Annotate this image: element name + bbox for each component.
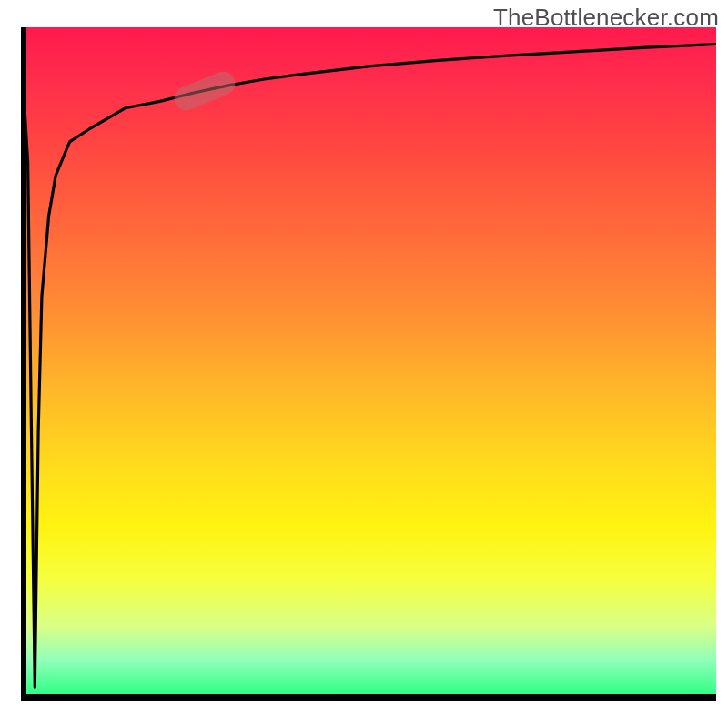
watermark-text: TheBottlenecker.com	[493, 4, 719, 32]
background-heatmap	[21, 27, 716, 701]
plot-area	[21, 27, 716, 701]
chart-stage: TheBottlenecker.com	[0, 0, 728, 728]
